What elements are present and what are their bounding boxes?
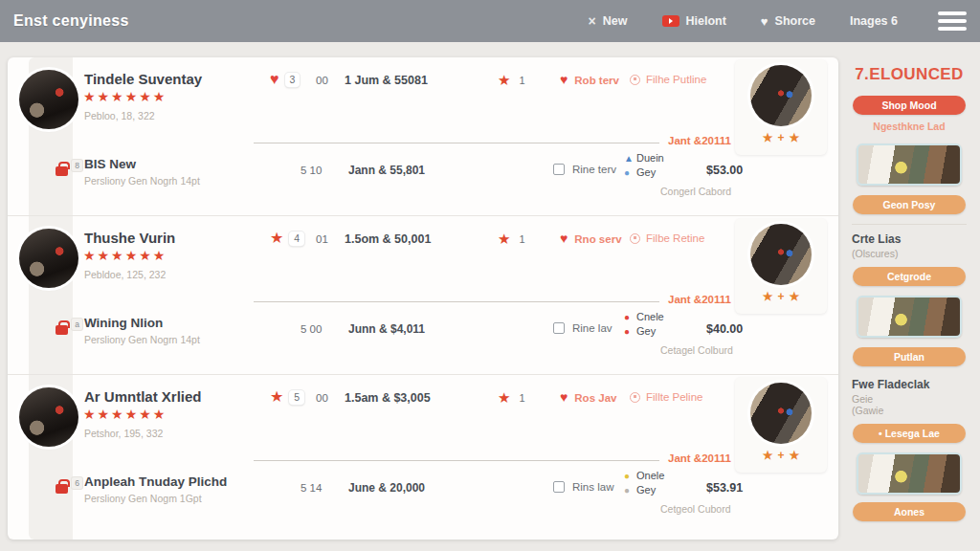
- sub-count: 5 00: [301, 323, 322, 335]
- count-column: 00: [316, 75, 328, 86]
- close-icon: ×: [589, 13, 596, 29]
- list-group: Ar Umntlat Xrlied ★★★★★★ Petshor, 195, 3…: [8, 375, 838, 540]
- nav-shorce[interactable]: ♥ Shorce: [761, 14, 815, 29]
- row-divider: [254, 460, 659, 461]
- legend-dot: ●: [624, 310, 636, 324]
- price: $53.91: [706, 481, 743, 495]
- price: $40.00: [706, 322, 743, 336]
- flag-button[interactable]: Fillte Peline: [630, 391, 702, 403]
- nav-new[interactable]: × New: [589, 13, 628, 29]
- star-icon: ★: [498, 389, 510, 407]
- legend-dot: ●: [624, 469, 636, 483]
- lock-shape: [56, 325, 68, 335]
- nav-inages[interactable]: Inages 6: [850, 14, 898, 28]
- listing-card: Tindele Suventay ★★★★★★ Pebloo, 18, 322 …: [8, 57, 838, 540]
- sidebar-thumbnail[interactable]: [857, 143, 962, 186]
- cetgrode-button[interactable]: Cetgrode: [853, 267, 966, 286]
- checkbox-row[interactable]: Rins law: [553, 481, 613, 493]
- row-divider: [254, 301, 659, 302]
- legend-label: Onele: [636, 470, 664, 481]
- thumb-actions[interactable]: ★ + ★: [735, 131, 827, 144]
- sidebar: 7.ELOUNCED Shop Mood Ngesthkne Lad Geon …: [838, 42, 980, 551]
- star-icon: ★: [270, 389, 283, 405]
- sidebar-link[interactable]: Ngesthkne Lad: [873, 121, 945, 132]
- aones-button[interactable]: Aones: [853, 502, 966, 521]
- checkbox-row[interactable]: Rine lav: [553, 322, 612, 334]
- legend-dot: ●: [624, 165, 636, 180]
- app-title: Enst cenyiness: [13, 12, 129, 30]
- star-icon: ★: [763, 131, 773, 144]
- sub-item-title: Wining Nlion: [84, 316, 163, 330]
- item-title: Ar Umntlat Xrlied: [84, 388, 202, 405]
- sidebar-caption: Geie: [852, 393, 873, 405]
- sidebar-thumbnail[interactable]: [857, 452, 962, 495]
- sub-badge: 8: [72, 160, 82, 171]
- favorite-button[interactable]: ♥ Rob terv: [560, 74, 619, 86]
- like-badge[interactable]: ♥ 3: [270, 72, 300, 87]
- legend: ●Onele ●Gey: [624, 469, 664, 497]
- checkbox-label: Rine terv: [572, 164, 616, 175]
- menu-icon[interactable]: [938, 11, 967, 31]
- bag-icon[interactable]: 8: [54, 160, 82, 179]
- putlan-button[interactable]: Putlan: [853, 347, 966, 366]
- item-thumbnail: [750, 383, 812, 444]
- checkbox-row[interactable]: Rine terv: [553, 164, 616, 175]
- sub-amount: Jann & 55,801: [348, 164, 425, 177]
- shop-mood-button[interactable]: Shop Mood: [853, 96, 966, 115]
- flag-button[interactable]: Filbe Retine: [630, 232, 704, 244]
- avatar: [19, 70, 78, 129]
- plus-icon: +: [777, 290, 784, 303]
- legend-label: Gey: [636, 484, 656, 496]
- count-column: 00: [316, 392, 328, 404]
- count-column: 01: [316, 233, 328, 245]
- heart-icon: ♥: [560, 391, 568, 404]
- checkbox-label: Rins law: [572, 481, 613, 493]
- checkbox[interactable]: [553, 481, 565, 493]
- geon-posy-button[interactable]: Geon Posy: [853, 195, 966, 214]
- topbar: Enst cenyiness × New Hielont ♥ Shorce In…: [0, 0, 980, 42]
- legend-item: ●Onele: [624, 469, 664, 483]
- star-icon: ★: [498, 72, 510, 89]
- sub-badge: 6: [72, 477, 82, 489]
- like-badge[interactable]: ★ 5: [270, 389, 304, 405]
- like-badge[interactable]: ★ 4: [270, 231, 304, 246]
- star-icon: ★: [270, 231, 283, 246]
- like-count: 4: [289, 231, 304, 246]
- thumb-actions[interactable]: ★ + ★: [735, 290, 827, 303]
- key-icon[interactable]: 6: [54, 477, 82, 496]
- sidebar-thumbnail[interactable]: [857, 296, 962, 338]
- sub-item-subtitle: Persliony Gen Nogm 1Gpt: [84, 493, 202, 504]
- star-icon: ★: [790, 449, 800, 462]
- thumb-actions[interactable]: ★ + ★: [735, 449, 827, 462]
- star-count-value: 1: [519, 75, 524, 86]
- list-group: Tindele Suventay ★★★★★★ Pebloo, 18, 322 …: [8, 57, 838, 216]
- flag-button[interactable]: Filhe Putline: [630, 74, 706, 85]
- heart-icon: ♥: [761, 14, 768, 29]
- rating-stars: ★★★★★★: [83, 248, 167, 263]
- legend-item: ●Gey: [624, 324, 664, 339]
- favorite-label: Ros Jav: [574, 392, 616, 404]
- checkbox[interactable]: [553, 164, 565, 175]
- item-title: Tindele Suventay: [84, 71, 202, 87]
- legend-dot: ▲: [624, 151, 636, 165]
- favorite-button[interactable]: ♥ Rno serv: [560, 232, 622, 245]
- flag-label: Fillte Peline: [646, 391, 702, 403]
- plus-icon: +: [777, 449, 784, 462]
- checkbox[interactable]: [553, 322, 565, 334]
- date-amount: 1 Jum & 55081: [345, 74, 428, 87]
- avatar: [19, 229, 78, 288]
- legend-item: ●Cnele: [624, 310, 664, 324]
- item-thumbnail: [750, 65, 812, 126]
- sidebar-title: 7.ELOUNCED: [855, 65, 964, 84]
- nav-hielont[interactable]: Hielont: [662, 14, 726, 28]
- legend-item: ●Gey: [624, 165, 664, 180]
- sub-item-title: BIS New: [84, 157, 136, 171]
- item-subtitle: Pebloo, 18, 322: [84, 110, 155, 121]
- favorite-button[interactable]: ♥ Ros Jav: [560, 391, 616, 404]
- legend-label: Duein: [636, 152, 664, 164]
- legend-item: ▲Duein: [624, 151, 664, 165]
- lesega-lae-button[interactable]: • Lesega Lae: [853, 424, 966, 443]
- favorite-label: Rob terv: [574, 75, 619, 86]
- lock-icon[interactable]: a: [54, 319, 82, 338]
- rating-stars: ★★★★★★: [83, 89, 167, 104]
